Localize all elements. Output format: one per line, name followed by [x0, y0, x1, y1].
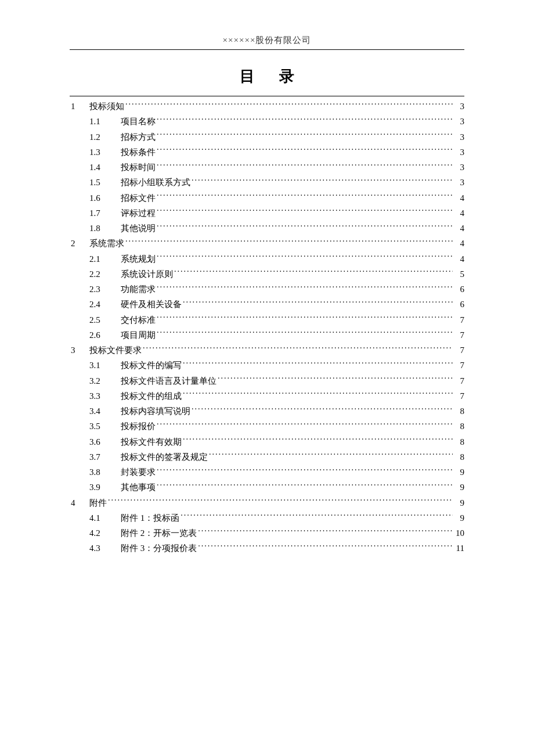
- toc-entry-label: 附件: [89, 495, 107, 510]
- toc-entry-page: 8: [454, 434, 464, 449]
- toc-entry-page: 4: [454, 206, 464, 221]
- toc-entry-label: 项目名称: [121, 114, 156, 129]
- toc-leader-dots: [198, 527, 453, 536]
- toc-entry-page: 7: [454, 373, 464, 388]
- toc-entry-label: 投标文件的编写: [121, 358, 182, 373]
- toc-leader-dots: [157, 481, 453, 490]
- toc-entry: 1.5招标小组联系方式3: [70, 175, 464, 190]
- toc-entry-number: 3.8: [89, 465, 121, 480]
- toc-entry-number: 3: [70, 343, 89, 358]
- toc-entry: 3.3投标文件的组成7: [70, 388, 464, 404]
- toc-entry-page: 7: [454, 358, 464, 373]
- toc-entry: 2.2系统设计原则5: [70, 267, 464, 282]
- toc-entry-number: 3.9: [89, 480, 121, 495]
- toc-leader-dots: [183, 436, 453, 445]
- toc-entry-page: 4: [454, 221, 464, 236]
- toc-entry-page: 9: [454, 465, 464, 480]
- toc-entry-number: 3.4: [89, 404, 121, 419]
- toc-leader-dots: [125, 100, 453, 109]
- toc-entry: 3.6投标文件有效期8: [70, 434, 464, 449]
- toc-entry-label: 其他事项: [121, 480, 156, 495]
- toc-entry-number: 1.2: [89, 129, 121, 145]
- toc-entry-number: 1: [70, 99, 89, 114]
- toc-entry-label: 投标时间: [121, 160, 156, 175]
- toc-entry: 1投标须知3: [70, 99, 464, 114]
- toc-entry-label: 招标方式: [121, 129, 156, 145]
- toc-leader-dots: [209, 451, 453, 460]
- toc-entry-label: 投标报价: [121, 419, 156, 434]
- toc-leader-dots: [157, 131, 453, 140]
- toc-entry-page: 7: [454, 343, 464, 358]
- toc-entry-label: 系统规划: [121, 251, 156, 267]
- toc-entry-number: 1.7: [89, 206, 121, 221]
- toc-entry-number: 4.2: [89, 525, 121, 541]
- toc-entry-label: 投标条件: [121, 145, 156, 160]
- toc-entry-page: 3: [454, 145, 464, 160]
- toc-entry-number: 2: [70, 236, 89, 251]
- toc-entry-page: 4: [454, 190, 464, 206]
- toc-entry-number: 2.1: [89, 251, 121, 267]
- toc-entry-page: 3: [454, 99, 464, 114]
- toc-leader-dots: [157, 253, 453, 262]
- toc-entry: 4.1附件 1：投标函9: [70, 510, 464, 525]
- toc-leader-dots: [157, 207, 453, 216]
- toc-leader-dots: [108, 497, 453, 506]
- toc-leader-dots: [181, 512, 453, 521]
- toc-entry: 2.6项目周期7: [70, 327, 464, 343]
- toc-entry-number: 3.5: [89, 419, 121, 434]
- toc-leader-dots: [174, 268, 453, 277]
- toc-entry: 2.5交付标准7: [70, 312, 464, 327]
- toc-entry: 2.1系统规划4: [70, 251, 464, 267]
- toc-entry-label: 附件 3：分项报价表: [121, 541, 197, 556]
- toc-entry-label: 交付标准: [121, 312, 156, 327]
- toc-entry-page: 6: [454, 282, 464, 297]
- toc-entry-label: 其他说明: [121, 221, 156, 236]
- toc-entry: 1.7评标过程4: [70, 206, 464, 221]
- toc-leader-dots: [157, 192, 453, 201]
- toc-entry: 4附件9: [70, 495, 464, 510]
- toc-entry-label: 功能需求: [121, 282, 156, 297]
- toc-entry-page: 3: [454, 114, 464, 129]
- toc-title: 目 录: [70, 66, 464, 87]
- toc-entry-page: 7: [454, 327, 464, 343]
- toc-entry-number: 2.5: [89, 312, 121, 327]
- toc-entry-number: 3.3: [89, 388, 121, 404]
- toc-leader-dots: [157, 329, 453, 338]
- toc-entry-page: 4: [454, 251, 464, 267]
- toc-entry: 4.3附件 3：分项报价表11: [70, 541, 464, 556]
- toc-leader-dots: [198, 542, 453, 551]
- toc-entry-page: 7: [454, 388, 464, 404]
- toc-entry-page: 4: [454, 236, 464, 251]
- toc-entry-number: 4: [70, 495, 89, 510]
- toc-entry-number: 3.7: [89, 449, 121, 465]
- toc-entry-page: 3: [454, 160, 464, 175]
- toc-entry-page: 6: [454, 297, 464, 312]
- toc-leader-dots: [157, 116, 453, 124]
- toc-leader-dots: [157, 161, 453, 170]
- toc-leader-dots: [143, 344, 453, 353]
- toc-entry-page: 5: [454, 267, 464, 282]
- toc-leader-dots: [157, 283, 453, 292]
- toc-entry-page: 9: [454, 510, 464, 525]
- toc-entry-number: 2.2: [89, 267, 121, 282]
- toc-entry-number: 3.2: [89, 373, 121, 388]
- toc-entry-label: 项目周期: [121, 327, 156, 343]
- toc-leader-dots: [192, 405, 453, 414]
- toc-entry: 2.4硬件及相关设备6: [70, 297, 464, 312]
- page-header: ××××××股份有限公司: [70, 35, 464, 50]
- toc-leader-dots: [157, 222, 453, 231]
- toc-entry-number: 1.5: [89, 175, 121, 190]
- toc-entry-label: 投标内容填写说明: [121, 404, 190, 419]
- toc-leader-dots: [157, 314, 453, 323]
- toc-entry: 1.6招标文件4: [70, 190, 464, 206]
- toc-entry-label: 招标小组联系方式: [121, 175, 190, 190]
- toc-entry: 2系统需求4: [70, 236, 464, 251]
- toc-entry-label: 硬件及相关设备: [121, 297, 182, 312]
- toc-leader-dots: [157, 146, 453, 155]
- toc-entry-number: 2.6: [89, 327, 121, 343]
- toc-leader-dots: [183, 359, 453, 368]
- toc-entry-label: 附件 2：开标一览表: [121, 525, 197, 541]
- document-page: ××××××股份有限公司 目 录 1投标须知31.1项目名称31.2招标方式31…: [0, 0, 534, 579]
- toc-entry: 3.2投标文件语言及计量单位7: [70, 373, 464, 388]
- toc-entry: 1.2招标方式3: [70, 129, 464, 145]
